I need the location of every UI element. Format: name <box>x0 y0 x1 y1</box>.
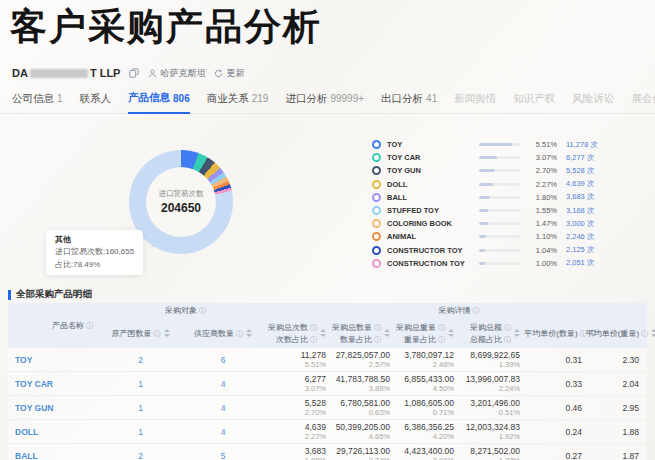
info-icon[interactable] <box>154 330 161 337</box>
supplier-count[interactable]: 6 <box>178 348 268 372</box>
supplier-count[interactable]: 4 <box>178 372 268 396</box>
legend-label: TOY CAR <box>387 153 479 162</box>
avg-price-weight-cell: 1.88 <box>596 420 647 444</box>
tooltip-title: 其他 <box>55 234 134 246</box>
legend-item-animal[interactable]: ANIMAL 1.10% 2,246 次 <box>372 230 598 243</box>
info-icon[interactable] <box>438 336 445 343</box>
tab-risk-litigation[interactable]: 风险诉讼 <box>572 88 614 113</box>
sort-icon[interactable] <box>320 329 326 337</box>
sort-icon[interactable] <box>164 329 170 337</box>
refresh-label: 更新 <box>226 67 244 80</box>
product-name-link[interactable]: TOY CAR <box>8 372 103 396</box>
legend-label: ANIMAL <box>387 232 479 241</box>
legend-item-toy[interactable]: TOY 5.51% 11,278 次 <box>372 138 598 151</box>
info-icon[interactable] <box>473 307 480 314</box>
tab-exhibition-info[interactable]: 展会信息 <box>631 88 655 113</box>
tab-product-info[interactable]: 产品信息806 <box>128 88 190 114</box>
donut-center: 进口贸易次数 204650 <box>146 167 216 237</box>
product-name-link[interactable]: DOLL <box>8 420 103 444</box>
donut-chart[interactable]: 进口贸易次数 204650 <box>129 150 233 254</box>
avg-price-quantity-cell: 0.24 <box>524 420 596 444</box>
info-icon[interactable] <box>310 336 317 343</box>
info-icon[interactable] <box>374 336 381 343</box>
legend-item-constructor-toy[interactable]: CONSTRUCTOR TOY 1.04% 2,125 次 <box>372 244 598 257</box>
info-icon[interactable] <box>504 336 511 343</box>
supplier-count[interactable]: 5 <box>178 444 268 460</box>
origin-country-count[interactable]: 1 <box>103 420 178 444</box>
origin-country-count[interactable]: 1 <box>103 372 178 396</box>
col-supplier-count: 供应商数量 <box>178 318 268 348</box>
donut-center-label: 进口贸易次数 <box>159 189 204 199</box>
info-icon[interactable] <box>438 324 445 331</box>
product-name-link[interactable]: TOY GUN <box>8 396 103 420</box>
legend-item-stuffed-toy[interactable]: STUFFED TOY 1.55% 3,168 次 <box>372 204 598 217</box>
legend-item-coloring-book[interactable]: COLORING BOOK 1.47% 3,000 次 <box>372 217 598 230</box>
tab-contacts[interactable]: 联系人 <box>80 88 112 113</box>
legend-dot <box>372 153 381 162</box>
table-group-header-row: 产品名称 采购对象 采购详情 <box>8 303 647 318</box>
legend-bar <box>479 209 521 212</box>
total-times-cell: 6,2773.07% <box>268 372 330 396</box>
sort-icon[interactable] <box>246 329 252 337</box>
tab-business-relations[interactable]: 商业关系219 <box>207 88 269 113</box>
origin-country-count[interactable]: 1 <box>103 396 178 420</box>
total-quantity-cell: 27,825,057.002.57% <box>330 348 394 372</box>
total-times-cell: 11,2785.51% <box>268 348 330 372</box>
info-icon[interactable] <box>236 330 243 337</box>
table-row-doll: DOLL 1 4 4,6392.27% 50,399,205.004.65% 6… <box>8 420 647 444</box>
origin-country-count[interactable]: 2 <box>103 348 178 372</box>
refresh-button[interactable]: 更新 <box>214 67 244 80</box>
tooltip-percent: 占比:78.49% <box>55 259 134 271</box>
origin-country-count[interactable]: 2 <box>103 444 178 460</box>
col-total-quantity: 采购总数量 数量占比 <box>330 318 394 348</box>
supplier-count[interactable]: 4 <box>178 420 268 444</box>
company-row: DAT LLP 哈萨克斯坦 更新 <box>12 66 244 80</box>
total-amount-cell: 8,271,502.001.32% <box>458 444 524 460</box>
legend-label: BALL <box>387 193 479 202</box>
tab-export-analysis[interactable]: 出口分析41 <box>381 88 437 113</box>
sort-icon[interactable] <box>384 329 390 337</box>
legend-count: 3,168 次 <box>566 206 594 216</box>
info-icon[interactable] <box>199 307 206 314</box>
company-country: 哈萨克斯坦 <box>148 67 205 80</box>
tab-news[interactable]: 新闻舆情 <box>454 88 496 113</box>
company-name-suffix: T LLP <box>90 67 121 79</box>
refresh-icon <box>214 69 223 78</box>
total-times-cell: 5,5282.70% <box>268 396 330 420</box>
total-weight-cell: 1,086,605.000.71% <box>394 396 458 420</box>
copy-icon[interactable] <box>129 68 139 78</box>
purchase-detail-table: 产品名称 采购对象 采购详情 原产国数量 供应商数量 <box>8 303 647 460</box>
legend-dot <box>372 166 381 175</box>
total-amount-cell: 12,003,324.831.92% <box>458 420 524 444</box>
tab-company-info[interactable]: 公司信息1 <box>12 88 63 113</box>
legend-item-toy-car[interactable]: TOY CAR 3.07% 6,277 次 <box>372 151 598 164</box>
info-icon[interactable] <box>374 324 381 331</box>
legend-bar <box>479 196 521 199</box>
group-header-purchase-detail: 采购详情 <box>394 303 524 318</box>
sort-icon[interactable] <box>514 329 520 337</box>
product-name-link[interactable]: TOY <box>8 348 103 372</box>
total-amount-cell: 8,699,922.651.39% <box>458 348 524 372</box>
avg-price-weight-cell: 2.95 <box>596 396 647 420</box>
supplier-count[interactable]: 4 <box>178 396 268 420</box>
col-avg-unit-price-weight: 平均单价(重量) <box>596 318 647 348</box>
info-icon[interactable] <box>504 324 511 331</box>
total-quantity-cell: 41,783,788.503.86% <box>330 372 394 396</box>
product-name-link[interactable]: BALL <box>8 444 103 460</box>
tab-intellectual-property[interactable]: 知识产权 <box>513 88 555 113</box>
legend-count: 5,528 次 <box>566 166 594 176</box>
legend-item-ball[interactable]: BALL 1.80% 3,683 次 <box>372 191 598 204</box>
total-quantity-cell: 6,780,581.000.63% <box>330 396 394 420</box>
legend-item-toy-gun[interactable]: TOY GUN 2.70% 5,528 次 <box>372 164 598 177</box>
legend-dot <box>372 193 381 202</box>
sort-icon[interactable] <box>651 329 655 337</box>
sort-icon[interactable] <box>448 329 454 337</box>
legend-item-construction-toy[interactable]: CONSTRUCTION TOY 1.00% 2,051 次 <box>372 257 598 270</box>
info-icon[interactable] <box>310 324 317 331</box>
tab-import-analysis[interactable]: 进口分析99999+ <box>285 88 364 113</box>
table-row-toy: TOY 2 6 11,2785.51% 27,825,057.002.57% 3… <box>8 348 647 372</box>
info-icon[interactable] <box>641 330 648 337</box>
legend-percent: 1.80% <box>521 193 557 202</box>
legend-item-doll[interactable]: DOLL 2.27% 4,639 次 <box>372 178 598 191</box>
info-icon[interactable] <box>86 322 93 329</box>
